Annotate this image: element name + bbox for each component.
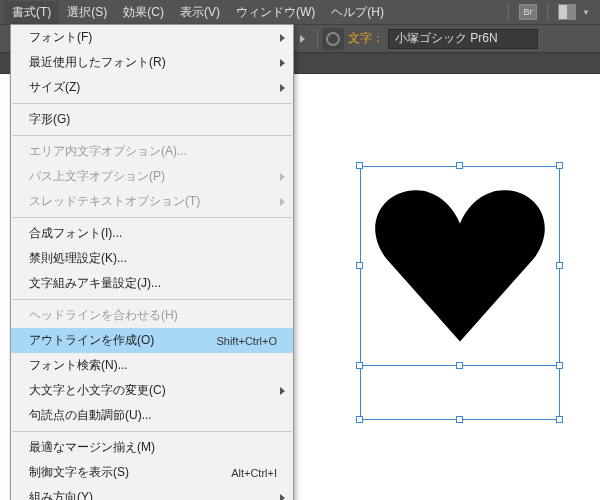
menu-item[interactable]: 大文字と小文字の変更(C) (11, 378, 293, 403)
menu-item-label: ヘッドラインを合わせる(H) (29, 307, 283, 324)
menu-item[interactable]: 最適なマージン揃え(M) (11, 435, 293, 460)
handle-inner-bottom-right[interactable] (556, 362, 563, 369)
menu-item[interactable]: フォント(F) (11, 25, 293, 50)
menu-item-label: 大文字と小文字の変更(C) (29, 382, 283, 399)
menu-item-label: フォント検索(N)... (29, 357, 283, 374)
menu-item[interactable]: 字形(G) (11, 107, 293, 132)
submenu-arrow-icon (280, 198, 285, 206)
collapse-arrow-icon[interactable] (300, 35, 305, 43)
menu-item-label: パス上文字オプション(P) (29, 168, 283, 185)
separator (508, 3, 509, 21)
selection-bbox[interactable] (360, 166, 561, 421)
menu-item[interactable]: フォント検索(N)... (11, 353, 293, 378)
menu-item-label: エリア内文字オプション(A)... (29, 143, 283, 160)
menu-item-label: 組み方向(Y) (29, 489, 283, 500)
character-panel-icon[interactable] (322, 28, 344, 50)
menu-item-label: スレッドテキストオプション(T) (29, 193, 283, 210)
menu-item-label: 最近使用したフォント(R) (29, 54, 283, 71)
menu-item[interactable]: アウトラインを作成(O)Shift+Ctrl+O (11, 328, 293, 353)
separator (317, 30, 318, 48)
submenu-arrow-icon (280, 173, 285, 181)
handle-top-right[interactable] (556, 162, 563, 169)
font-label: 文字： (348, 30, 384, 47)
menu-separator (12, 299, 292, 300)
menu-item[interactable]: サイズ(Z) (11, 75, 293, 100)
menu-help[interactable]: ヘルプ(H) (323, 1, 392, 24)
bridge-icon[interactable]: Br (519, 4, 537, 20)
menubar-icons: Br ▼ (504, 3, 600, 21)
menu-shortcut: Alt+Ctrl+I (231, 467, 277, 479)
dropdown-arrow-icon[interactable]: ▼ (582, 8, 590, 17)
menu-separator (12, 217, 292, 218)
separator (547, 3, 548, 21)
handle-mid-right[interactable] (556, 262, 563, 269)
handle-top-mid[interactable] (456, 162, 463, 169)
menu-item[interactable]: 禁則処理設定(K)... (11, 246, 293, 271)
menu-item-label: アウトラインを作成(O) (29, 332, 216, 349)
handle-bottom-mid[interactable] (456, 416, 463, 423)
submenu-arrow-icon (280, 494, 285, 501)
menu-item[interactable]: 句読点の自動調節(U)... (11, 403, 293, 428)
handle-top-left[interactable] (356, 162, 363, 169)
menu-item-label: 制御文字を表示(S) (29, 464, 231, 481)
menu-item: エリア内文字オプション(A)... (11, 139, 293, 164)
submenu-arrow-icon (280, 34, 285, 42)
menu-type[interactable]: 書式(T) (4, 1, 59, 24)
menu-item: パス上文字オプション(P) (11, 164, 293, 189)
menu-separator (12, 431, 292, 432)
menu-view[interactable]: 表示(V) (172, 1, 228, 24)
font-family-input[interactable] (388, 29, 538, 49)
handle-mid-left[interactable] (356, 262, 363, 269)
menu-separator (12, 135, 292, 136)
menu-item[interactable]: 文字組みアキ量設定(J)... (11, 271, 293, 296)
submenu-arrow-icon (280, 59, 285, 67)
menu-shortcut: Shift+Ctrl+O (216, 335, 277, 347)
handle-inner-bottom-left[interactable] (356, 362, 363, 369)
menu-item-label: サイズ(Z) (29, 79, 283, 96)
menu-item[interactable]: 合成フォント(I)... (11, 221, 293, 246)
menu-item[interactable]: 制御文字を表示(S)Alt+Ctrl+I (11, 460, 293, 485)
type-menu-dropdown: フォント(F)最近使用したフォント(R)サイズ(Z)字形(G)エリア内文字オプシ… (10, 24, 294, 500)
menu-item[interactable]: 最近使用したフォント(R) (11, 50, 293, 75)
handle-bottom-left[interactable] (356, 416, 363, 423)
canvas[interactable] (300, 74, 600, 500)
menu-select[interactable]: 選択(S) (59, 1, 115, 24)
menu-item-label: 禁則処理設定(K)... (29, 250, 283, 267)
heart-shape[interactable] (368, 176, 552, 360)
menu-separator (12, 103, 292, 104)
menu-effect[interactable]: 効果(C) (115, 1, 172, 24)
menu-item-label: 最適なマージン揃え(M) (29, 439, 283, 456)
layout-icon[interactable] (558, 4, 576, 20)
submenu-arrow-icon (280, 84, 285, 92)
submenu-arrow-icon (280, 387, 285, 395)
menu-item: ヘッドラインを合わせる(H) (11, 303, 293, 328)
menu-item-label: 文字組みアキ量設定(J)... (29, 275, 283, 292)
menu-item-label: フォント(F) (29, 29, 283, 46)
menu-item-label: 字形(G) (29, 111, 283, 128)
menu-window[interactable]: ウィンドウ(W) (228, 1, 323, 24)
menubar: 書式(T) 選択(S) 効果(C) 表示(V) ウィンドウ(W) ヘルプ(H) … (0, 0, 600, 24)
menu-item-label: 合成フォント(I)... (29, 225, 283, 242)
menu-item: スレッドテキストオプション(T) (11, 189, 293, 214)
handle-bottom-right[interactable] (556, 416, 563, 423)
handle-inner-bottom-mid[interactable] (456, 362, 463, 369)
menu-item[interactable]: 組み方向(Y) (11, 485, 293, 500)
menu-item-label: 句読点の自動調節(U)... (29, 407, 283, 424)
